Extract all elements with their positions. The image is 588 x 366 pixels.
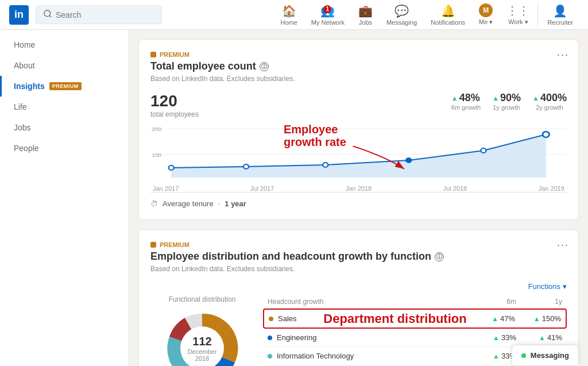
growth-stat-6m-label: 6m growth — [451, 104, 481, 111]
growth-1y-sales: ▲ 150% — [515, 314, 561, 323]
card-subtitle-1: Based on LinkedIn data. Excludes subsidi… — [150, 75, 567, 83]
nav-items: 🏠 Home 👥 1 My Network 💼 Jobs 💬 Messaging… — [275, 1, 579, 28]
x-label-jul2017: Jul 2017 — [250, 185, 274, 192]
sidebar-item-about[interactable]: About — [0, 55, 129, 76]
donut-center-number: 112 — [182, 335, 222, 348]
nav-me-label: Me ▾ — [479, 18, 493, 26]
growth-stat-2y-label: 2y growth — [532, 104, 567, 111]
col-header-dept: Headcount growth — [268, 298, 470, 306]
nav-messaging-label: Messaging — [386, 19, 417, 26]
arrow-sales-6m: ▲ — [492, 315, 498, 323]
functions-dropdown-button[interactable]: Functions ▾ — [528, 282, 567, 291]
employee-chart: 200 100 — [150, 123, 567, 180]
sidebar-item-people[interactable]: People — [0, 138, 129, 159]
svg-point-10 — [481, 148, 486, 153]
arrow-eng-1y: ▲ — [539, 334, 546, 342]
nav-home-label: Home — [281, 19, 297, 26]
search-bar[interactable] — [36, 5, 162, 24]
sidebar-item-jobs[interactable]: Jobs — [0, 117, 129, 138]
sidebar-jobs-label: Jobs — [14, 123, 31, 132]
chart-wrapper: Employeegrowth rate — [150, 123, 567, 192]
nav-notifications-label: Notifications — [431, 19, 465, 26]
card2-title: Employee distribution and headcount grow… — [150, 251, 567, 263]
card-menu-button[interactable]: ··· — [557, 49, 569, 61]
donut-label: Functional distribution — [150, 295, 254, 303]
growth-stat-2y: ▲ 400% 2y growth — [532, 92, 567, 111]
card2-subtitle: Based on LinkedIn data. Excludes subsidi… — [150, 265, 567, 273]
arrow-it-6m: ▲ — [493, 352, 500, 360]
sidebar-insights-label: Insights — [14, 82, 45, 91]
x-label-jan2019: Jan 2019 — [539, 185, 564, 192]
card-title-employee: Total employee count ⓘ — [150, 60, 567, 72]
card2-menu-button[interactable]: ··· — [557, 239, 569, 251]
nav-jobs[interactable]: 💼 Jobs — [353, 2, 378, 28]
nav-recruiter[interactable]: 👤 Recruiter — [537, 2, 579, 28]
premium-badge: PREMIUM — [49, 82, 82, 90]
donut-section: Functional distribution — [150, 295, 254, 366]
svg-text:200: 200 — [152, 126, 161, 132]
nav-messaging[interactable]: 💬 Messaging — [381, 2, 423, 28]
growth-stat-1y-val: ▲ 90% — [492, 92, 521, 104]
svg-point-7 — [243, 164, 249, 169]
growth-stat-6m-val: ▲ 48% — [451, 92, 481, 104]
sidebar: Home About Insights PREMIUM Life Jobs Pe… — [0, 30, 129, 366]
premium-dot-2 — [150, 242, 156, 248]
info-icon-2[interactable]: ⓘ — [435, 252, 444, 261]
svg-point-8 — [323, 163, 328, 167]
messaging-bubble[interactable]: Messaging — [512, 345, 579, 366]
nav-home[interactable]: 🏠 Home — [275, 2, 303, 28]
search-icon — [43, 9, 52, 20]
col-header-1y: 1y — [516, 298, 562, 306]
employee-count-block: 120 total employees — [150, 92, 199, 118]
growth-6m-engineering: ▲ 33% — [470, 333, 516, 342]
nav-work[interactable]: ⋮⋮ Work ▾ — [501, 1, 535, 28]
grid-icon: ⋮⋮ — [506, 3, 529, 17]
growth-stat-6m: ▲ 48% 6m growth — [451, 92, 481, 111]
sidebar-item-life[interactable]: Life — [0, 97, 129, 117]
growth-stat-1y-label: 1y growth — [492, 104, 521, 111]
arrow-up-6m: ▲ — [451, 94, 458, 102]
functions-header: Functions ▾ — [150, 282, 567, 291]
nav-network[interactable]: 👥 1 My Network — [305, 2, 350, 28]
tenure-label: Average tenure — [163, 199, 214, 208]
search-input[interactable] — [56, 10, 154, 20]
network-icon: 👥 1 — [320, 4, 335, 18]
info-icon[interactable]: ⓘ — [260, 62, 269, 71]
bell-icon: 🔔 — [441, 4, 455, 18]
chart-area: 200 100 — [150, 123, 567, 180]
linkedin-logo[interactable]: in — [9, 5, 29, 25]
arrow-up-2y: ▲ — [532, 94, 539, 102]
donut-container: 112 December 2018 — [162, 308, 242, 366]
nav-recruiter-label: Recruiter — [547, 19, 573, 26]
employee-count-card: ··· PREMIUM Total employee count ⓘ Based… — [138, 39, 579, 220]
table-row-sales: Sales ▲ 47% ▲ 150% — [263, 309, 567, 329]
distribution-layout: Functional distribution — [150, 295, 567, 366]
svg-point-0 — [44, 10, 51, 17]
growth-stat-1y: ▲ 90% 1y growth — [492, 92, 521, 111]
nav-notifications[interactable]: 🔔 Notifications — [425, 2, 471, 28]
dept-label-it: Information Technology — [277, 352, 354, 360]
growth-stat-2y-val: ▲ 400% — [532, 92, 567, 104]
sidebar-people-label: People — [14, 144, 39, 153]
sidebar-item-insights[interactable]: Insights PREMIUM — [0, 76, 129, 97]
growth-6m-sales: ▲ 47% — [469, 314, 515, 323]
sidebar-home-label: Home — [14, 40, 35, 49]
nav-me[interactable]: M Me ▾ — [473, 1, 498, 28]
premium-label-2: PREMIUM — [150, 241, 567, 248]
sidebar-about-label: About — [14, 61, 35, 70]
tenure-separator: · — [218, 199, 220, 208]
donut-center-subtitle: December 2018 — [182, 348, 222, 362]
dept-label-sales: Sales — [278, 314, 297, 323]
page-layout: Home About Insights PREMIUM Life Jobs Pe… — [0, 30, 588, 366]
online-status-dot — [521, 353, 526, 358]
arrow-sales-1y: ▲ — [533, 315, 540, 323]
arrow-up-1y: ▲ — [492, 94, 499, 102]
clock-icon: ⏱ — [150, 199, 158, 208]
sidebar-item-home[interactable]: Home — [0, 34, 129, 55]
recruiter-icon: 👤 — [553, 4, 567, 18]
stats-row: 120 total employees ▲ 48% 6m growth ▲ — [150, 92, 567, 118]
network-badge: 1 — [323, 5, 331, 13]
employee-count-value: 120 — [150, 92, 199, 110]
dept-name-sales: Sales — [269, 314, 469, 323]
top-navigation: in 🏠 Home 👥 1 My Network 💼 Jobs 💬 Messag… — [0, 0, 588, 30]
